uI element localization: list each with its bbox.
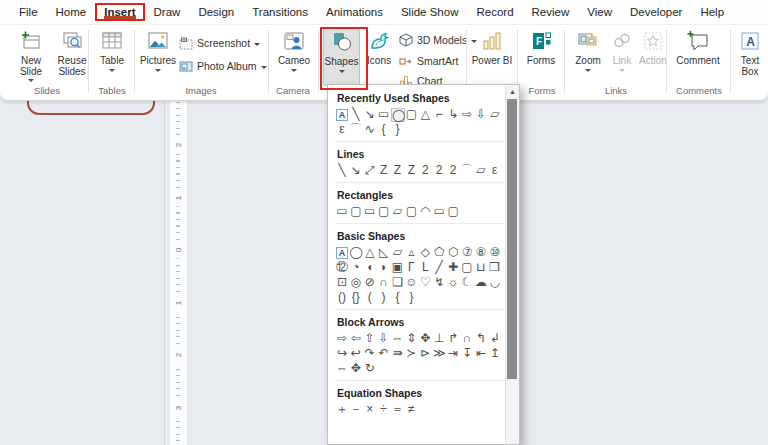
menu-item-file[interactable]: File xyxy=(10,3,47,21)
shape-item[interactable]: 2 xyxy=(432,164,446,178)
forms-button[interactable]: F Forms xyxy=(522,28,560,86)
shape-item[interactable]: ÷ xyxy=(377,403,391,417)
table-button[interactable]: Table xyxy=(92,28,132,86)
shape-item[interactable]: ⤢ xyxy=(363,164,377,178)
shape-item[interactable]: ⊥ xyxy=(432,332,446,346)
shape-item[interactable]: ⇥ xyxy=(446,347,460,361)
smartart-button[interactable]: SmartArt xyxy=(396,51,461,71)
shape-item[interactable]: ＝ xyxy=(391,403,405,417)
shape-item[interactable]: ↘ xyxy=(363,108,377,122)
shape-item[interactable]: ▭ xyxy=(432,205,446,219)
shape-item[interactable]: ⑦ xyxy=(460,246,474,260)
shape-item[interactable]: ⇔ xyxy=(335,362,349,376)
shape-item[interactable]: ▢ xyxy=(405,108,419,122)
shape-item[interactable]: ⊳ xyxy=(418,347,432,361)
shape-item[interactable]: ▣ xyxy=(391,261,405,275)
power-bi-button[interactable]: Power BI xyxy=(471,28,513,86)
shape-item[interactable]: ↘ xyxy=(349,164,363,178)
menu-item-record[interactable]: Record xyxy=(467,3,522,21)
shape-item[interactable]: 2 xyxy=(418,164,432,178)
shape-item[interactable]: { xyxy=(391,291,405,305)
shape-item[interactable]: ◯ xyxy=(391,108,405,122)
shapes-button[interactable]: Shapes xyxy=(323,28,360,86)
screenshot-button[interactable]: Screenshot xyxy=(176,33,263,53)
shape-item[interactable]: A xyxy=(336,247,348,259)
shape-item[interactable]: ⑩ xyxy=(488,246,502,260)
new-slide-button[interactable]: New Slide xyxy=(12,28,50,86)
shape-item[interactable]: ☺ xyxy=(404,276,418,290)
shape-item[interactable]: ε xyxy=(335,123,349,137)
menu-item-home[interactable]: Home xyxy=(47,3,96,21)
shape-item[interactable]: ⬡ xyxy=(446,246,460,260)
menu-item-slide-show[interactable]: Slide Show xyxy=(392,3,468,21)
menu-item-transitions[interactable]: Transitions xyxy=(243,3,317,21)
shape-item[interactable]: ▭ xyxy=(335,205,349,219)
shape-item[interactable]: ⇩ xyxy=(377,332,391,346)
shape-item[interactable]: ▢ xyxy=(446,205,460,219)
shape-item[interactable]: ☾ xyxy=(460,276,474,290)
shape-item[interactable]: () xyxy=(335,291,349,305)
reuse-slides-button[interactable]: Reuse Slides xyxy=(52,28,92,86)
shape-item[interactable]: ◖ xyxy=(363,261,377,275)
shape-item[interactable]: ▢ xyxy=(460,261,474,275)
shape-item[interactable]: ⊘ xyxy=(363,276,377,290)
menu-item-draw[interactable]: Draw xyxy=(145,3,190,21)
pictures-button[interactable]: Pictures xyxy=(138,28,178,86)
text-box-button[interactable]: A Text Box xyxy=(734,28,766,86)
comment-button[interactable]: Comment xyxy=(670,28,726,86)
shape-item[interactable]: － xyxy=(349,403,363,417)
shape-item[interactable]: ✚ xyxy=(446,261,460,275)
shape-item[interactable]: ⇨ xyxy=(460,108,474,122)
icons-button[interactable]: Icons xyxy=(363,28,395,86)
shape-item[interactable]: {} xyxy=(349,291,363,305)
shape-item[interactable]: Z xyxy=(391,164,405,178)
shape-item[interactable]: ⌐ xyxy=(432,108,446,122)
shape-item[interactable]: ∩ xyxy=(377,276,391,290)
menu-item-review[interactable]: Review xyxy=(523,3,579,21)
shape-item[interactable]: { xyxy=(377,123,391,137)
shape-item[interactable]: ▢ xyxy=(349,205,363,219)
shape-item[interactable]: ↯ xyxy=(432,276,446,290)
shape-item[interactable]: Γ xyxy=(404,261,418,275)
menu-item-view[interactable]: View xyxy=(578,3,621,21)
shape-item[interactable]: Z xyxy=(377,164,391,178)
shape-item[interactable]: ▭ xyxy=(377,108,391,122)
shape-item[interactable]: } xyxy=(391,123,405,137)
shape-item[interactable]: ↪ xyxy=(335,347,349,361)
shape-item[interactable]: ▱ xyxy=(474,164,488,178)
shape-item[interactable]: ≻ xyxy=(404,347,418,361)
menu-item-developer[interactable]: Developer xyxy=(621,3,691,21)
shape-item[interactable]: ≠ xyxy=(404,403,418,417)
shape-item[interactable]: ⇩ xyxy=(474,108,488,122)
shape-item[interactable]: ☁ xyxy=(474,276,488,290)
shape-item[interactable]: ↻ xyxy=(363,362,377,376)
shape-item[interactable]: ◔ xyxy=(349,261,363,275)
shape-item[interactable]: ╱ xyxy=(432,261,446,275)
shape-item[interactable]: ⑫ xyxy=(335,261,349,275)
zoom-button[interactable]: Zoom xyxy=(570,28,606,86)
shape-item[interactable]: ╲ xyxy=(335,164,349,178)
shape-item[interactable]: A xyxy=(336,109,348,121)
shape-item[interactable]: ↧ xyxy=(460,347,474,361)
shape-item[interactable]: ∿ xyxy=(363,123,377,137)
photo-album-button[interactable]: Photo Album xyxy=(176,56,270,76)
shape-item[interactable]: ↱ xyxy=(446,332,460,346)
shape-item[interactable]: ⬠ xyxy=(432,246,446,260)
shape-item[interactable]: ❒ xyxy=(488,261,502,275)
shape-item[interactable]: ⇤ xyxy=(474,347,488,361)
shape-item[interactable]: ◎ xyxy=(349,276,363,290)
shape-item[interactable]: ↩ xyxy=(349,347,363,361)
shape-item[interactable]: ◇ xyxy=(418,246,432,260)
shape-item[interactable]: ▱ xyxy=(391,205,405,219)
shape-item[interactable]: ⇧ xyxy=(363,332,377,346)
shape-item[interactable]: ⇔ xyxy=(391,332,405,346)
shape-item[interactable]: ↳ xyxy=(446,108,460,122)
dropdown-scrollbar[interactable]: ▲ xyxy=(505,85,519,444)
shape-item[interactable]: ⊔ xyxy=(474,261,488,275)
shape-item[interactable]: ⇛ xyxy=(391,347,405,361)
shape-item[interactable]: Z xyxy=(404,164,418,178)
shape-item[interactable]: ↰ xyxy=(474,332,488,346)
shape-item[interactable]: ⇦ xyxy=(349,332,363,346)
shape-item[interactable]: ⇕ xyxy=(404,332,418,346)
shape-item[interactable]: 2 xyxy=(446,164,460,178)
